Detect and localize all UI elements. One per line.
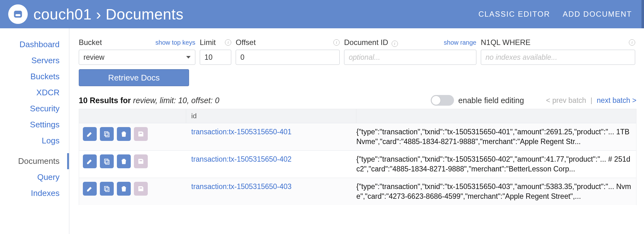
sidebar-item-logs[interactable]: Logs <box>0 133 69 149</box>
delete-button[interactable] <box>117 182 131 196</box>
row-id-cell: transaction:tx-1505315650-402 <box>186 151 356 168</box>
sidebar-item-servers[interactable]: Servers <box>0 53 69 69</box>
filter-row: Bucket show top keys review Limit i Offs… <box>79 37 636 65</box>
app-header: couch01 › Documents CLASSIC EDITOR ADD D… <box>0 0 644 28</box>
row-actions <box>79 123 186 145</box>
bucket-select[interactable]: review <box>79 50 195 65</box>
document-id-link[interactable]: transaction:tx-1505315650-403 <box>191 182 291 191</box>
table-row: transaction:tx-1505315650-402 {"type":"t… <box>79 150 636 178</box>
enable-field-editing-label: enable field editing <box>458 96 524 105</box>
results-summary-detail: review, limit: 10, offset: 0 <box>133 96 219 105</box>
delete-button[interactable] <box>117 154 131 168</box>
edit-button[interactable] <box>83 182 97 196</box>
pager: < prev batch | next batch > <box>524 96 636 105</box>
row-actions <box>79 178 186 199</box>
row-id-cell: transaction:tx-1505315650-401 <box>186 123 356 141</box>
results-word: Results for <box>90 96 131 105</box>
sidebar-item-dashboard[interactable]: Dashboard <box>0 36 69 53</box>
row-id-cell: transaction:tx-1505315650-403 <box>186 178 356 195</box>
edit-button[interactable] <box>83 154 97 168</box>
table-body: transaction:tx-1505315650-401 {"type":"t… <box>79 123 636 205</box>
next-batch-link[interactable]: next batch > <box>597 96 636 105</box>
sidebar-item-query[interactable]: Query <box>0 169 69 185</box>
delete-button[interactable] <box>117 127 131 141</box>
main: Dashboard Servers Buckets XDCR Security … <box>0 28 644 234</box>
breadcrumb: couch01 › Documents <box>33 6 478 23</box>
pager-sep: | <box>590 96 592 104</box>
pencil-icon <box>86 185 93 192</box>
field-n1ql: N1QL WHERE i <box>481 37 635 65</box>
header-actions: CLASSIC EDITOR ADD DOCUMENT <box>478 10 632 19</box>
copy-icon <box>103 158 110 165</box>
field-offset: Offset i <box>236 37 340 65</box>
table-row: transaction:tx-1505315650-403 {"type":"t… <box>79 178 636 205</box>
trash-icon <box>120 158 127 165</box>
svg-rect-1 <box>105 132 108 136</box>
save-icon <box>137 158 144 165</box>
results-summary-row: 10 Results for review, limit: 10, offset… <box>79 95 636 106</box>
trash-icon <box>120 131 127 137</box>
sidebar-item-settings[interactable]: Settings <box>0 117 69 133</box>
enable-field-editing-toggle[interactable] <box>431 95 454 106</box>
results-table: id transaction:tx-1505315650-401 {"type"… <box>79 109 636 205</box>
row-actions <box>79 151 186 172</box>
limit-input[interactable] <box>200 50 231 65</box>
svg-rect-2 <box>106 133 109 137</box>
docid-label: Document ID <box>344 38 388 47</box>
offset-input[interactable] <box>236 50 340 65</box>
info-icon[interactable]: i <box>392 41 398 47</box>
limit-label: Limit <box>200 38 216 47</box>
sidebar-item-buckets[interactable]: Buckets <box>0 69 69 85</box>
row-json-cell: {"type":"transaction","txnid":"tx-150531… <box>356 123 636 150</box>
add-document-link[interactable]: ADD DOCUMENT <box>563 10 632 19</box>
copy-button[interactable] <box>100 182 114 196</box>
bucket-select-value: review <box>83 53 104 62</box>
offset-label: Offset <box>236 38 256 47</box>
copy-button[interactable] <box>100 127 114 141</box>
th-id: id <box>186 109 356 123</box>
copy-icon <box>103 185 110 192</box>
svg-rect-4 <box>106 160 109 164</box>
prev-batch-link: < prev batch <box>546 96 586 105</box>
sidebar-item-xdcr[interactable]: XDCR <box>0 85 69 101</box>
sidebar: Dashboard Servers Buckets XDCR Security … <box>0 28 69 234</box>
show-top-keys-link[interactable]: show top keys <box>155 39 195 46</box>
svg-rect-5 <box>105 187 108 191</box>
edit-button[interactable] <box>83 127 97 141</box>
breadcrumb-sep: › <box>96 6 101 23</box>
copy-button[interactable] <box>100 154 114 168</box>
show-range-link[interactable]: show range <box>444 39 476 46</box>
document-id-link[interactable]: transaction:tx-1505315650-401 <box>191 128 291 136</box>
row-json-cell: {"type":"transaction","txnid":"tx-150531… <box>356 178 636 205</box>
sidebar-item-security[interactable]: Security <box>0 101 69 117</box>
retrieve-docs-button[interactable]: Retrieve Docs <box>79 69 189 86</box>
sidebar-item-indexes[interactable]: Indexes <box>0 185 69 201</box>
info-icon[interactable]: i <box>333 39 340 46</box>
save-icon <box>137 131 144 137</box>
trash-icon <box>120 185 127 192</box>
info-icon[interactable]: i <box>629 39 635 46</box>
field-docid: Document ID i show range <box>344 37 476 65</box>
copy-icon <box>103 131 110 137</box>
n1ql-input[interactable] <box>481 50 635 65</box>
document-id-link[interactable]: transaction:tx-1505315650-402 <box>191 155 291 163</box>
classic-editor-link[interactable]: CLASSIC EDITOR <box>478 10 550 19</box>
save-button <box>134 154 148 168</box>
svg-rect-6 <box>106 188 109 192</box>
info-icon[interactable]: i <box>225 39 231 46</box>
save-icon <box>137 185 144 192</box>
docid-input[interactable] <box>344 50 476 65</box>
table-header: id <box>79 109 636 123</box>
svg-rect-0 <box>15 14 20 16</box>
app-logo <box>8 4 28 24</box>
couchbase-icon <box>12 8 24 20</box>
table-row: transaction:tx-1505315650-401 {"type":"t… <box>79 123 636 150</box>
results-summary: 10 Results for review, limit: 10, offset… <box>79 96 431 105</box>
th-actions <box>79 109 186 123</box>
breadcrumb-node[interactable]: couch01 <box>33 6 92 23</box>
content: Bucket show top keys review Limit i Offs… <box>69 28 644 234</box>
chevron-down-icon <box>186 56 191 58</box>
field-bucket: Bucket show top keys review <box>79 37 195 65</box>
sidebar-item-documents[interactable]: Documents <box>0 153 69 169</box>
n1ql-label: N1QL WHERE <box>481 38 531 47</box>
